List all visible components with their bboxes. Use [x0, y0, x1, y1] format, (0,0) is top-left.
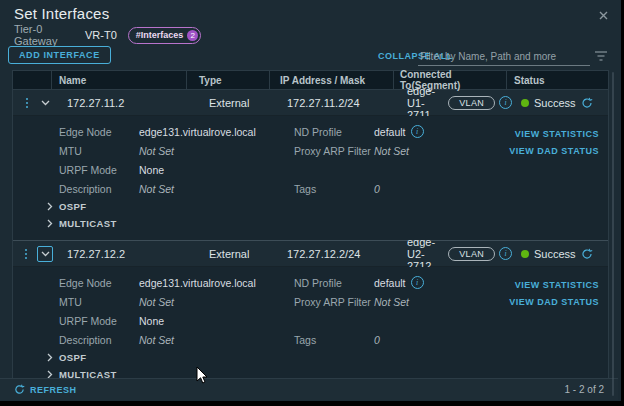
nd-profile-label: ND Profile [294, 126, 374, 138]
multicast-expander-label: MULTICAST [59, 218, 117, 229]
gateway-label: Tier-0 Gateway [14, 23, 85, 47]
edge-node-label: Edge Node [59, 126, 139, 138]
proxy-arp-label: Proxy ARP Filter [294, 296, 374, 308]
status-badge: Success [534, 248, 576, 260]
interface-type: External [194, 97, 277, 109]
vlan-pill: VLAN [448, 96, 495, 110]
urpf-value: None [139, 315, 294, 327]
edge-node-value: edge131.virtualrove.local [139, 277, 294, 289]
refresh-link[interactable]: REFRESH [14, 384, 77, 395]
nd-profile-label: ND Profile [294, 277, 374, 289]
edge-node-value: edge131.virtualrove.local [139, 126, 294, 138]
status-cell: Success [514, 248, 608, 260]
description-label: Description [59, 334, 139, 346]
refresh-status-icon[interactable] [581, 97, 593, 109]
status-badge: Success [534, 97, 576, 109]
success-dot-icon [521, 99, 529, 107]
row-controls [13, 246, 59, 262]
tags-label: Tags [294, 183, 374, 195]
edge-node-label: Edge Node [59, 277, 139, 289]
badge-label: #Interfaces [136, 30, 184, 40]
multicast-expander[interactable]: MULTICAST [47, 215, 608, 232]
add-interface-button[interactable]: ADD INTERFACE [8, 46, 111, 64]
row-details: Edge Node edge131.virtualrove.local ND P… [13, 116, 608, 240]
urpf-value: None [139, 164, 294, 176]
chevron-down-icon[interactable] [37, 246, 53, 262]
description-value: Not Set [139, 183, 294, 195]
table-header-row: Name Type IP Address / Mask Connected To… [13, 71, 608, 90]
urpf-label: URPF Mode [59, 164, 139, 176]
row-details: Edge Node edge131.virtualrove.local ND P… [13, 267, 608, 391]
row-menu-icon[interactable] [24, 96, 30, 110]
pagination-text: 1 - 2 of 2 [565, 384, 604, 395]
filter-icon[interactable] [594, 50, 608, 62]
interfaces-table: Name Type IP Address / Mask Connected To… [12, 70, 609, 378]
set-interfaces-dialog: Set Interfaces Tier-0 Gateway VR-T0 #Int… [0, 0, 621, 401]
interface-name[interactable]: 172.27.11.2 [59, 97, 194, 109]
table-footer: REFRESH 1 - 2 of 2 [0, 378, 618, 400]
interface-ip: 172.27.11.2/24 [277, 97, 401, 109]
view-statistics-link[interactable]: VIEW STATISTICS [515, 129, 599, 139]
status-cell: Success [514, 97, 608, 109]
ospf-expander[interactable]: OSPF [47, 349, 608, 366]
mtu-value: Not Set [139, 145, 294, 157]
refresh-status-icon[interactable] [581, 248, 593, 260]
nd-profile-value: default [374, 126, 406, 138]
page-title: Set Interfaces [14, 5, 109, 22]
header-ip[interactable]: IP Address / Mask [269, 71, 393, 89]
urpf-label: URPF Mode [59, 315, 139, 327]
table-row: 172.27.11.2 External 172.27.11.2/24 edge… [13, 90, 608, 116]
refresh-label: REFRESH [30, 385, 77, 395]
view-statistics-link[interactable]: VIEW STATISTICS [515, 280, 599, 290]
view-dad-status-link[interactable]: VIEW DAD STATUS [509, 297, 599, 307]
interface-ip: 172.27.12.2/24 [277, 248, 401, 260]
vlan-pill: VLAN [448, 247, 495, 261]
filter-input-wrap [418, 45, 590, 66]
mtu-label: MTU [59, 296, 139, 308]
interface-name[interactable]: 172.27.12.2 [59, 248, 194, 260]
view-dad-status-link[interactable]: VIEW DAD STATUS [509, 146, 599, 156]
ospf-expander-label: OSPF [59, 352, 86, 363]
nd-profile-value: default [374, 277, 406, 289]
mtu-label: MTU [59, 145, 139, 157]
row-menu-icon[interactable] [23, 247, 29, 261]
header-status[interactable]: Status [506, 71, 608, 89]
proxy-arp-value: Not Set [374, 145, 409, 157]
tags-label: Tags [294, 334, 374, 346]
description-value: Not Set [139, 334, 294, 346]
proxy-arp-value: Not Set [374, 296, 409, 308]
success-dot-icon [521, 250, 529, 258]
badge-count: 2 [187, 30, 198, 41]
tags-value: 0 [374, 183, 380, 195]
filter-input[interactable] [418, 45, 594, 67]
description-label: Description [59, 183, 139, 195]
chevron-down-icon[interactable] [39, 96, 53, 110]
info-icon[interactable]: i [411, 125, 424, 138]
row-controls [13, 96, 59, 110]
mtu-value: Not Set [139, 296, 294, 308]
close-icon[interactable] [595, 7, 611, 23]
ospf-expander-label: OSPF [59, 201, 86, 212]
header-type[interactable]: Type [186, 71, 269, 89]
interfaces-tag-badge[interactable]: #Interfaces 2 [128, 27, 202, 44]
ospf-expander[interactable]: OSPF [47, 198, 608, 215]
info-icon[interactable]: i [411, 276, 424, 289]
gateway-subheader: Tier-0 Gateway VR-T0 #Interfaces 2 [14, 27, 201, 43]
tags-value: 0 [374, 334, 380, 346]
vertical-scrollbar[interactable] [612, 72, 614, 396]
table-row: 172.27.12.2 External 172.27.12.2/24 edge… [13, 241, 608, 267]
info-icon[interactable]: i [499, 96, 512, 109]
header-controls-column [13, 71, 51, 89]
header-name[interactable]: Name [51, 71, 186, 89]
info-icon[interactable]: i [499, 247, 512, 260]
proxy-arp-label: Proxy ARP Filter [294, 145, 374, 157]
gateway-name: VR-T0 [85, 29, 117, 41]
interface-type: External [194, 248, 277, 260]
